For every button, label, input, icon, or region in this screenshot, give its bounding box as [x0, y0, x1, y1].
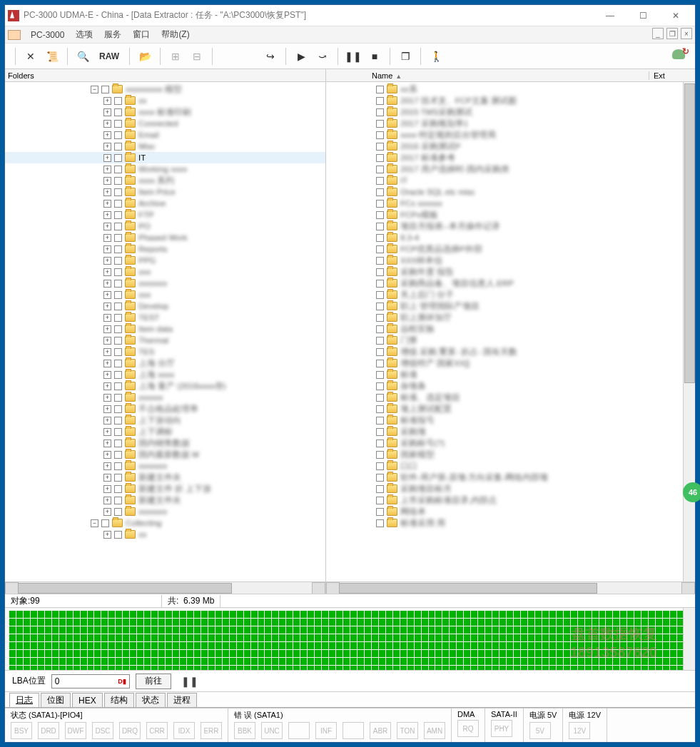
expander-icon[interactable]: +	[103, 131, 111, 139]
expander-icon[interactable]: +	[103, 177, 111, 185]
expander-icon[interactable]: +	[103, 314, 111, 322]
checkbox[interactable]	[114, 428, 122, 436]
list-row[interactable]: 标准报号	[326, 415, 695, 426]
checkbox[interactable]	[114, 382, 122, 390]
tab-1[interactable]: 位图	[41, 693, 71, 707]
tree-row[interactable]: +IT	[5, 152, 325, 163]
export-icon[interactable]: ↪	[260, 46, 281, 66]
checkbox[interactable]	[114, 188, 122, 196]
menu-window[interactable]: 窗口	[127, 26, 156, 43]
checkbox[interactable]	[114, 303, 122, 310]
col-ext-label[interactable]: Ext	[649, 71, 692, 80]
tab-0[interactable]: 日志	[9, 693, 39, 707]
checkbox[interactable]	[376, 280, 384, 288]
checkbox[interactable]	[376, 154, 384, 162]
checkbox[interactable]	[114, 234, 122, 242]
expander-icon[interactable]: +	[103, 417, 111, 425]
list-row[interactable]: 增值 采购 重算- 折占- 国有天数	[326, 346, 695, 357]
list-row[interactable]: 标准	[326, 369, 695, 380]
tree-row[interactable]: +Misc	[5, 141, 325, 152]
checkbox[interactable]	[376, 268, 384, 276]
checkbox[interactable]	[376, 188, 384, 196]
checkbox[interactable]	[114, 223, 122, 230]
list-row[interactable]: 口口	[326, 460, 695, 472]
checkbox[interactable]	[376, 337, 384, 345]
maximize-button[interactable]: ☐	[627, 5, 659, 26]
checkbox[interactable]	[114, 314, 122, 322]
tree-row[interactable]: +FTP	[5, 209, 325, 220]
checkbox[interactable]	[376, 474, 384, 482]
expander-icon[interactable]: +	[103, 245, 111, 253]
tree-row[interactable]: +Thermal	[5, 335, 325, 346]
expander-icon[interactable]: +	[103, 337, 111, 345]
checkbox[interactable]	[376, 382, 384, 390]
checkbox[interactable]	[114, 325, 122, 333]
list-row[interactable]: 2017 用户选择时-国内采购类	[326, 163, 695, 175]
checkbox[interactable]	[114, 131, 122, 139]
checkbox[interactable]	[376, 519, 384, 527]
tree-row[interactable]: +上海 分厅	[5, 357, 325, 369]
tree-row[interactable]: +PPG	[5, 255, 325, 266]
checkbox[interactable]	[376, 108, 384, 116]
open-icon[interactable]: 📂	[134, 46, 156, 66]
expander-icon[interactable]: +	[103, 154, 111, 162]
checkbox[interactable]	[114, 451, 122, 459]
menu-pc3000[interactable]: PC-3000	[25, 26, 70, 43]
tree-row[interactable]: +xxxx 标准印刷	[5, 106, 325, 118]
checkbox[interactable]	[376, 223, 384, 230]
checkbox[interactable]	[376, 143, 384, 151]
tree-row[interactable]: +Develop	[5, 300, 325, 312]
list-row[interactable]: 采购项目标月	[326, 483, 695, 494]
tree-row[interactable]: +上海 量产 (2016xxxx存)	[5, 380, 325, 392]
list-row[interactable]: xx系	[326, 83, 695, 95]
expander-icon[interactable]: +	[103, 108, 111, 116]
checkbox[interactable]	[376, 314, 384, 322]
tree-row[interactable]: +xxxx 系列	[5, 175, 325, 186]
list-row[interactable]: 增值特产 国家XX[]	[326, 357, 695, 369]
expander-icon[interactable]: +	[103, 268, 111, 276]
expander-icon[interactable]: +	[103, 280, 111, 288]
pause-icon[interactable]: ❚❚	[343, 46, 364, 66]
tree-row[interactable]: +国内最新数据 M	[5, 449, 325, 460]
list-row[interactable]: 项目月报表--本月操作记录	[326, 220, 695, 232]
tree-row[interactable]: +xxx	[5, 266, 325, 278]
expander-icon[interactable]: −	[91, 86, 98, 93]
expander-icon[interactable]: +	[103, 497, 111, 504]
exit-icon[interactable]: 🚶	[425, 46, 447, 66]
checkbox[interactable]	[376, 485, 384, 493]
checkbox[interactable]	[114, 439, 122, 447]
checkbox[interactable]	[114, 394, 122, 402]
list-row[interactable]: FCx xxxxxx	[326, 198, 695, 209]
expander-icon[interactable]: +	[103, 451, 111, 459]
checkbox[interactable]	[376, 417, 384, 425]
database-refresh-icon[interactable]	[669, 46, 689, 66]
checkbox[interactable]	[376, 97, 384, 105]
checkbox[interactable]	[376, 211, 384, 219]
list-row[interactable]: 2017 采购规划单1	[326, 118, 695, 129]
list-row[interactable]: 上市采购标准目录,内部点	[326, 494, 695, 506]
checkbox[interactable]	[114, 257, 122, 265]
expander-icon[interactable]: +	[103, 200, 111, 208]
binoculars-icon[interactable]: 🔍	[72, 46, 93, 66]
list-row[interactable]: 标准采用 用	[326, 517, 695, 529]
checkbox[interactable]	[376, 200, 384, 208]
checkbox[interactable]	[114, 143, 122, 151]
checkbox[interactable]	[376, 462, 384, 470]
checkbox[interactable]	[114, 531, 122, 539]
blockmap-vscroll[interactable]	[683, 608, 695, 670]
tab-4[interactable]: 状态	[136, 693, 166, 707]
tree-row[interactable]: +Item data	[5, 323, 325, 335]
tree-row[interactable]: +xx	[5, 95, 325, 106]
checkbox[interactable]	[114, 177, 122, 185]
struct1-icon[interactable]: ⊞	[165, 46, 186, 66]
list-row[interactable]: 2016 采购测试P	[326, 141, 695, 152]
checkbox[interactable]	[114, 474, 122, 482]
tree-row[interactable]: +xxxxxxx	[5, 460, 325, 472]
list-row[interactable]: xxxx 特定规则后台管理局	[326, 129, 695, 141]
raw-button[interactable]: RAW	[93, 46, 125, 66]
checkbox[interactable]	[114, 462, 122, 470]
tree-row[interactable]: +上下游动向	[5, 415, 325, 426]
tree-row[interactable]: +TEST	[5, 312, 325, 323]
expander-icon[interactable]: +	[103, 485, 111, 493]
checkbox[interactable]	[376, 245, 384, 253]
